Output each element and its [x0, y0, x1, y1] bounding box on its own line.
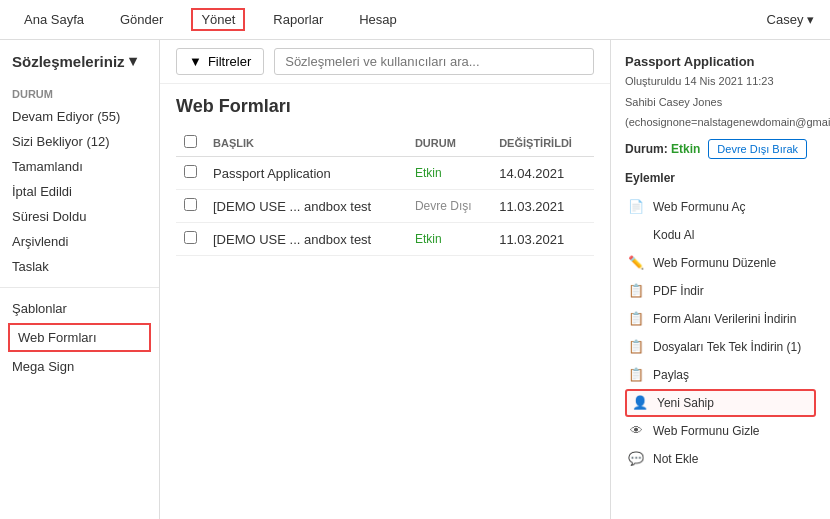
main-layout: Sözleşmeleriniz ▾ DURUM Devam Ediyor (55… [0, 40, 830, 519]
action-download-pdf[interactable]: 📋 PDF İndir [625, 277, 816, 305]
add-note-label: Not Ekle [653, 452, 698, 466]
open-form-icon: 📄 [627, 198, 645, 216]
new-owner-label: Yeni Sahip [657, 396, 714, 410]
action-new-owner[interactable]: 👤 Yeni Sahip [625, 389, 816, 417]
cell-title-0: Passport Application [205, 157, 407, 190]
sidebar-divider [0, 287, 159, 288]
nav-home[interactable]: Ana Sayfa [16, 8, 92, 31]
action-share[interactable]: 📋 Paylaş [625, 361, 816, 389]
nav-manage[interactable]: Yönet [191, 8, 245, 31]
filter-label: Filtreler [208, 54, 251, 69]
nav-reports[interactable]: Raporlar [265, 8, 331, 31]
download-field-data-icon: 📋 [627, 310, 645, 328]
panel-meta-created: Oluşturuldu 14 Nis 2021 11:23 [625, 73, 816, 90]
content-topbar: ▼ Filtreler [160, 40, 610, 84]
edit-form-icon: ✏️ [627, 254, 645, 272]
right-panel: Passport Application Oluşturuldu 14 Nis … [610, 40, 830, 519]
cell-title-2: [DEMO USE ... andbox test [205, 223, 407, 256]
sidebar-item-cancelled[interactable]: İptal Edildi [0, 179, 159, 204]
edit-form-label: Web Formunu Düzenle [653, 256, 776, 270]
main-content: ▼ Filtreler Web Formları BAŞLIK DURUM DE… [160, 40, 610, 519]
nav-send[interactable]: Gönder [112, 8, 171, 31]
web-forms-table: BAŞLIK DURUM DEĞİŞTİRİLDİ Passport Appli… [176, 129, 594, 256]
table-row[interactable]: [DEMO USE ... andbox test Devre Dışı 11.… [176, 190, 594, 223]
sidebar-item-in-progress[interactable]: Devam Ediyor (55) [0, 104, 159, 129]
action-download-files[interactable]: 📋 Dosyaları Tek Tek İndirin (1) [625, 333, 816, 361]
nav-account[interactable]: Hesap [351, 8, 405, 31]
sidebar-item-completed[interactable]: Tamamlandı [0, 154, 159, 179]
action-edit-form[interactable]: ✏️ Web Formunu Düzenle [625, 249, 816, 277]
get-code-icon [627, 226, 645, 244]
sidebar-item-draft[interactable]: Taslak [0, 254, 159, 279]
filter-button[interactable]: ▼ Filtreler [176, 48, 264, 75]
col-check [176, 129, 205, 157]
table-title: Web Formları [176, 96, 594, 117]
actions-list: 📄 Web Formunu Aç Kodu Al ✏️ Web Formunu … [625, 193, 816, 473]
select-all-checkbox[interactable] [184, 135, 197, 148]
filter-icon: ▼ [189, 54, 202, 69]
sidebar-item-mega-sign[interactable]: Mega Sign [0, 354, 159, 379]
download-files-icon: 📋 [627, 338, 645, 356]
sidebar-title: Sözleşmeleriniz [12, 53, 125, 70]
table-row[interactable]: Passport Application Etkin 14.04.2021 [176, 157, 594, 190]
action-hide-form[interactable]: 👁 Web Formunu Gizle [625, 417, 816, 445]
col-changed: DEĞİŞTİRİLDİ [491, 129, 594, 157]
row-checkbox-0[interactable] [184, 165, 197, 178]
chevron-down-icon: ▾ [129, 52, 137, 70]
cell-title-1: [DEMO USE ... andbox test [205, 190, 407, 223]
download-pdf-icon: 📋 [627, 282, 645, 300]
download-pdf-label: PDF İndir [653, 284, 704, 298]
top-nav: Ana Sayfa Gönder Yönet Raporlar Hesap Ca… [0, 0, 830, 40]
user-menu[interactable]: Casey ▾ [767, 12, 814, 27]
col-title: BAŞLIK [205, 129, 407, 157]
cell-status-2: Etkin [407, 223, 491, 256]
share-label: Paylaş [653, 368, 689, 382]
row-checkbox-1[interactable] [184, 198, 197, 211]
sidebar-item-expired[interactable]: Süresi Doldu [0, 204, 159, 229]
sidebar-item-templates[interactable]: Şablonlar [0, 296, 159, 321]
panel-status-row: Durum: Etkin Devre Dışı Bırak [625, 139, 816, 159]
sidebar-header[interactable]: Sözleşmeleriniz ▾ [0, 52, 159, 82]
row-checkbox-2[interactable] [184, 231, 197, 244]
sidebar-item-web-forms[interactable]: Web Formları [8, 323, 151, 352]
deactivate-button[interactable]: Devre Dışı Bırak [708, 139, 807, 159]
sidebar-section-status: DURUM [0, 82, 159, 104]
cell-changed-1: 11.03.2021 [491, 190, 594, 223]
table-area: Web Formları BAŞLIK DURUM DEĞİŞTİRİLDİ P… [160, 84, 610, 519]
cell-changed-2: 11.03.2021 [491, 223, 594, 256]
panel-contract-title: Passport Application [625, 54, 816, 69]
action-add-note[interactable]: 💬 Not Ekle [625, 445, 816, 473]
cell-status-1: Devre Dışı [407, 190, 491, 223]
get-code-label: Kodu Al [653, 228, 694, 242]
sidebar-item-waiting[interactable]: Sizi Bekliyor (12) [0, 129, 159, 154]
download-field-data-label: Form Alanı Verilerini İndirin [653, 312, 796, 326]
add-note-icon: 💬 [627, 450, 645, 468]
hide-form-label: Web Formunu Gizle [653, 424, 759, 438]
share-icon: 📋 [627, 366, 645, 384]
panel-meta-owner: Sahibi Casey Jones [625, 94, 816, 111]
action-get-code[interactable]: Kodu Al [625, 221, 816, 249]
panel-status-label: Durum: Etkin [625, 142, 700, 156]
action-download-field-data[interactable]: 📋 Form Alanı Verilerini İndirin [625, 305, 816, 333]
open-form-label: Web Formunu Aç [653, 200, 745, 214]
table-row[interactable]: [DEMO USE ... andbox test Etkin 11.03.20… [176, 223, 594, 256]
search-input[interactable] [274, 48, 594, 75]
new-owner-icon: 👤 [631, 394, 649, 412]
hide-form-icon: 👁 [627, 422, 645, 440]
col-status: DURUM [407, 129, 491, 157]
cell-changed-0: 14.04.2021 [491, 157, 594, 190]
panel-meta-email: (echosignone=nalstagenewdomain@gmail.com… [625, 114, 816, 131]
sidebar-item-archived[interactable]: Arşivlendi [0, 229, 159, 254]
cell-status-0: Etkin [407, 157, 491, 190]
sidebar: Sözleşmeleriniz ▾ DURUM Devam Ediyor (55… [0, 40, 160, 519]
action-open-form[interactable]: 📄 Web Formunu Aç [625, 193, 816, 221]
download-files-label: Dosyaları Tek Tek İndirin (1) [653, 340, 801, 354]
panel-actions-title: Eylemler [625, 171, 816, 185]
